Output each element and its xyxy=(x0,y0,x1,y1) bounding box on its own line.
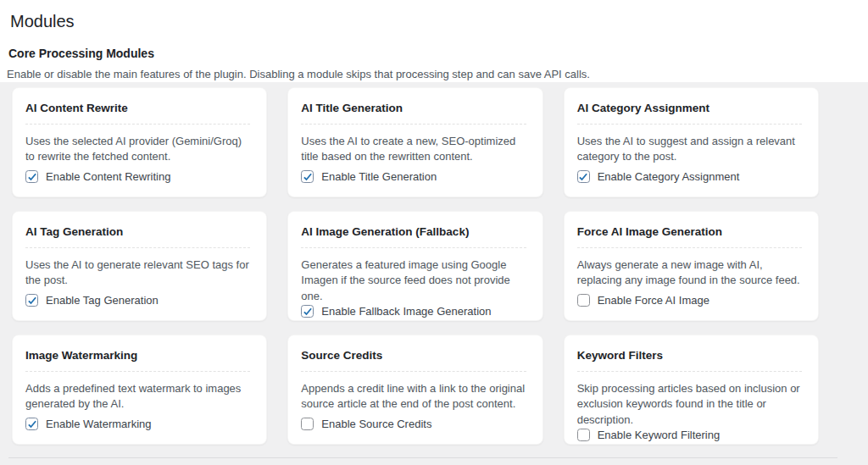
checkbox-label: Enable Force AI Image xyxy=(598,294,709,307)
module-card-ai-category-assignment: AI Category Assignment Uses the AI to su… xyxy=(564,87,819,197)
enable-title-generation-toggle[interactable]: Enable Title Generation xyxy=(301,170,526,183)
module-description: Uses the AI to generate relevant SEO tag… xyxy=(25,257,250,290)
module-title: AI Tag Generation xyxy=(25,224,250,240)
checkbox-label: Enable Title Generation xyxy=(321,170,437,183)
card-divider xyxy=(577,124,802,125)
enable-watermarking-toggle[interactable]: Enable Watermarking xyxy=(25,418,250,430)
page-header: Modules Core Processing Modules Enable o… xyxy=(0,0,868,82)
section-bottom-divider xyxy=(8,457,837,458)
module-description: Skip processing articles based on inclus… xyxy=(577,381,802,429)
module-card-ai-content-rewrite: AI Content Rewrite Uses the selected AI … xyxy=(12,87,267,197)
page-title: Modules xyxy=(10,10,851,32)
checkbox-icon[interactable] xyxy=(577,170,590,183)
module-card-force-ai-image-generation: Force AI Image Generation Always generat… xyxy=(564,211,819,321)
card-divider xyxy=(25,247,250,248)
checkbox-icon[interactable] xyxy=(301,418,314,430)
module-description: Generates a featured image using Google … xyxy=(301,257,526,306)
checkbox-icon[interactable] xyxy=(577,429,590,441)
module-card-ai-image-generation-fallback: AI Image Generation (Fallback) Generates… xyxy=(287,211,542,321)
module-title: Image Watermarking xyxy=(25,348,250,363)
module-title: AI Title Generation xyxy=(301,101,526,116)
checkbox-label: Enable Content Rewriting xyxy=(46,170,170,183)
module-description: Uses the selected AI provider (Gemini/Gr… xyxy=(25,134,250,166)
checkbox-icon[interactable] xyxy=(25,418,38,430)
module-description: Uses the AI to create a new, SEO-optimiz… xyxy=(301,134,526,166)
module-card-source-credits: Source Credits Appends a credit line wit… xyxy=(287,335,542,445)
checkbox-label: Enable Category Assignment xyxy=(598,170,740,183)
module-title: AI Image Generation (Fallback) xyxy=(301,224,526,240)
checkbox-icon[interactable] xyxy=(301,305,314,318)
card-divider xyxy=(577,371,802,372)
enable-content-rewriting-toggle[interactable]: Enable Content Rewriting xyxy=(25,170,250,183)
card-divider xyxy=(25,371,250,372)
module-card-ai-title-generation: AI Title Generation Uses the AI to creat… xyxy=(287,87,542,197)
section-title: Core Processing Modules xyxy=(8,47,851,60)
checkbox-label: Enable Keyword Filtering xyxy=(598,429,721,441)
card-divider xyxy=(25,124,250,125)
module-card-ai-tag-generation: AI Tag Generation Uses the AI to generat… xyxy=(12,211,267,321)
checkbox-label: Enable Fallback Image Generation xyxy=(321,305,491,318)
card-divider xyxy=(301,371,526,372)
module-description: Uses the AI to suggest and assign a rele… xyxy=(577,134,802,166)
checkbox-icon[interactable] xyxy=(301,170,314,183)
checkbox-icon[interactable] xyxy=(25,294,38,307)
module-description: Adds a predefined text watermark to imag… xyxy=(25,381,250,413)
enable-tag-generation-toggle[interactable]: Enable Tag Generation xyxy=(25,294,250,307)
module-description: Appends a credit line with a link to the… xyxy=(301,381,526,413)
enable-source-credits-toggle[interactable]: Enable Source Credits xyxy=(301,418,526,430)
enable-keyword-filtering-toggle[interactable]: Enable Keyword Filtering xyxy=(577,429,802,441)
module-title: Force AI Image Generation xyxy=(577,224,802,240)
module-card-keyword-filters: Keyword Filters Skip processing articles… xyxy=(564,335,819,445)
enable-force-ai-image-toggle[interactable]: Enable Force AI Image xyxy=(577,294,802,307)
enable-category-assignment-toggle[interactable]: Enable Category Assignment xyxy=(577,170,802,183)
module-description: Always generate a new image with AI, rep… xyxy=(577,257,802,290)
card-divider xyxy=(577,247,802,248)
checkbox-label: Enable Source Credits xyxy=(321,418,431,430)
modules-grid: AI Content Rewrite Uses the selected AI … xyxy=(12,87,819,445)
module-title: AI Category Assignment xyxy=(577,101,802,116)
checkbox-icon[interactable] xyxy=(577,294,590,307)
modules-section: AI Content Rewrite Uses the selected AI … xyxy=(0,82,868,465)
enable-fallback-image-generation-toggle[interactable]: Enable Fallback Image Generation xyxy=(301,305,526,318)
checkbox-label: Enable Watermarking xyxy=(46,418,152,430)
section-description: Enable or disable the main features of t… xyxy=(7,68,851,80)
checkbox-icon[interactable] xyxy=(25,170,38,183)
card-divider xyxy=(301,124,526,125)
module-title: Source Credits xyxy=(301,348,526,363)
checkbox-label: Enable Tag Generation xyxy=(46,294,159,307)
module-card-image-watermarking: Image Watermarking Adds a predefined tex… xyxy=(12,335,267,445)
module-title: AI Content Rewrite xyxy=(25,101,250,116)
module-title: Keyword Filters xyxy=(577,348,802,363)
card-divider xyxy=(301,247,526,248)
